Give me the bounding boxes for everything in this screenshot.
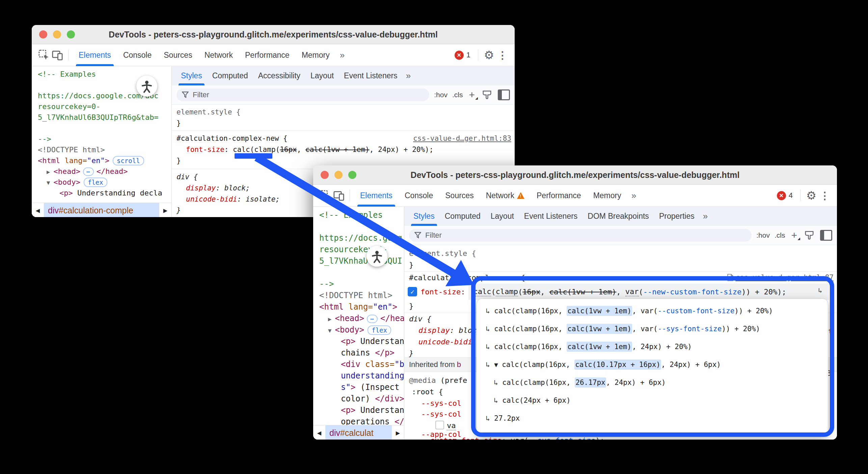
breadcrumb-id: #calculat xyxy=(340,428,374,438)
stylesheet-link[interactable]: css-value-d…ger.html:83 xyxy=(413,134,511,142)
tab-computed[interactable]: Computed xyxy=(440,207,486,226)
more-tabs-icon[interactable]: » xyxy=(700,211,711,221)
property-value[interactable]: calc(clamp(16px, calc(1vw + 1em), var(--… xyxy=(468,284,830,300)
tab-label: Network xyxy=(205,51,233,60)
tab-console[interactable]: Console xyxy=(399,185,438,206)
dock-side-icon[interactable] xyxy=(498,89,510,100)
tab-layout[interactable]: Layout xyxy=(305,66,339,85)
tab-memory[interactable]: Memory xyxy=(296,44,335,66)
css-declaration[interactable]: display: block; xyxy=(186,184,250,192)
device-toolbar-icon[interactable] xyxy=(333,189,345,202)
tab-styles[interactable]: Styles xyxy=(408,207,440,226)
tab-accessibility[interactable]: Accessibility xyxy=(253,66,305,85)
tab-elements[interactable]: Elements xyxy=(73,44,116,66)
inspect-element-icon[interactable] xyxy=(38,49,50,61)
filter-input[interactable]: Filter xyxy=(409,229,752,242)
property-name[interactable]: font-size: xyxy=(421,288,465,296)
breadcrumb-prev-icon[interactable]: ◀ xyxy=(32,203,44,217)
code-segment: va xyxy=(447,421,456,430)
root-selector[interactable]: :root { xyxy=(412,388,443,396)
toggle-class-button[interactable]: .cls xyxy=(775,231,785,239)
tab-network[interactable]: Network xyxy=(199,44,238,66)
gear-icon[interactable]: ⚙ xyxy=(483,49,495,61)
divider xyxy=(404,271,837,272)
tab-memory[interactable]: Memory xyxy=(588,185,627,206)
rule-selector[interactable]: #calculation-complex-new { xyxy=(177,134,288,142)
error-badge[interactable]: ✕ 4 xyxy=(774,191,795,200)
css-declaration[interactable]: --sys-col xyxy=(421,410,461,418)
tab-dom-breakpoints[interactable]: DOM Breakpoints xyxy=(582,207,654,226)
tab-performance[interactable]: Performance xyxy=(240,44,295,66)
code-line: color) </div> xyxy=(319,393,404,404)
tab-event-listeners[interactable]: Event Listeners xyxy=(339,66,403,85)
more-tabs-icon[interactable]: » xyxy=(628,190,640,201)
css-declaration[interactable]: --sys-col xyxy=(421,399,461,407)
css-declaration[interactable]: font-size: calc(clamp(16px, calc(1vw + 1… xyxy=(186,146,433,154)
inspect-element-icon[interactable] xyxy=(319,189,331,202)
code-segment: <!-- Examples xyxy=(38,70,96,78)
plus-icon: + xyxy=(469,89,475,100)
ua-rule-selector[interactable]: div { xyxy=(409,315,431,323)
tab-styles[interactable]: Styles xyxy=(176,66,207,85)
rule-selector[interactable]: #calculation-complex-new { xyxy=(409,273,525,282)
code-segment xyxy=(38,81,42,89)
toggle-class-button[interactable]: .cls xyxy=(452,91,463,99)
breadcrumb-item[interactable]: div#calculat xyxy=(325,425,392,440)
css-declaration[interactable]: --custom-font-size: var(--sys-font-size)… xyxy=(421,436,604,440)
declaration-checkbox[interactable]: ✓ xyxy=(408,287,417,296)
code-segment: display xyxy=(418,326,450,335)
tab-layout[interactable]: Layout xyxy=(486,207,519,226)
tab-sources[interactable]: Sources xyxy=(440,185,479,206)
error-badge[interactable]: ✕ 1 xyxy=(452,51,473,60)
element-style-selector[interactable]: element.style { xyxy=(177,108,241,116)
rendering-emulation-icon[interactable] xyxy=(481,89,493,101)
accessibility-person-icon[interactable] xyxy=(136,76,157,97)
css-declaration[interactable]: unicode-bidi: isolate; xyxy=(186,195,280,203)
tab-performance[interactable]: Performance xyxy=(531,185,587,206)
code-line: understanding xyxy=(319,370,404,381)
breadcrumb-next-icon[interactable]: ▶ xyxy=(159,203,171,217)
tab-elements[interactable]: Elements xyxy=(355,185,398,206)
code-line: ▼ <body>flex xyxy=(319,324,404,336)
breadcrumb-item[interactable]: div#calculation-comple xyxy=(44,203,159,217)
code-segment: , 24px) + 6px) xyxy=(606,378,666,387)
code-line: <p> Understan xyxy=(319,336,404,347)
window-title: DevTools - peters-css-playground.glitch.… xyxy=(32,30,515,40)
declaration-checkbox-unchecked[interactable] xyxy=(435,421,444,429)
code-segment: ▶ xyxy=(328,316,335,322)
ua-rule-selector[interactable]: div { xyxy=(177,173,198,181)
toggle-hover-button[interactable]: :hov xyxy=(434,91,447,99)
code-segment: unicode-bidi xyxy=(186,195,237,203)
dock-side-icon[interactable] xyxy=(820,230,832,241)
tab-console[interactable]: Console xyxy=(118,44,157,66)
code-segment: calc(10.17px + 16px) xyxy=(574,360,661,370)
accessibility-person-icon[interactable] xyxy=(367,246,387,267)
tab-event-listeners[interactable]: Event Listeners xyxy=(519,207,583,226)
tab-properties[interactable]: Properties xyxy=(654,207,700,226)
device-toolbar-icon[interactable] xyxy=(51,49,63,61)
dom-tree[interactable]: <!-- Examples https://docs.googresourcek… xyxy=(313,207,404,427)
toggle-hover-button[interactable]: :hov xyxy=(756,231,770,239)
kebab-menu-icon[interactable]: ⋮ xyxy=(496,49,509,61)
breadcrumb-prev-icon[interactable]: ◀ xyxy=(313,425,325,440)
css-declaration-disabled[interactable]: va xyxy=(435,421,456,430)
rendering-emulation-icon[interactable] xyxy=(803,229,815,241)
gear-icon[interactable]: ⚙ xyxy=(805,189,817,202)
element-style-selector[interactable]: element.style { xyxy=(409,249,476,258)
more-tabs-icon[interactable]: » xyxy=(336,50,348,60)
new-style-rule-icon[interactable]: +◢ xyxy=(791,230,797,241)
kebab-menu-icon[interactable]: ⋮ xyxy=(819,189,831,202)
calc-evaluation-popover[interactable]: ↳ calc(clamp(16px, calc(1vw + 1em), var(… xyxy=(477,298,828,436)
breadcrumb-next-icon[interactable]: ▶ xyxy=(392,425,404,440)
filter-input[interactable]: Filter xyxy=(177,88,429,101)
tab-sources[interactable]: Sources xyxy=(158,44,197,66)
stylesheet-link[interactable]: css-value-d…ger.html:87 xyxy=(727,273,834,282)
warning-icon: ! xyxy=(517,192,524,199)
css-declaration[interactable]: display: block; xyxy=(418,326,486,335)
tab-network[interactable]: Network! xyxy=(481,185,530,206)
dom-tree-pane: <!-- Examples https://docs.google.com/do… xyxy=(32,66,172,217)
new-style-rule-icon[interactable]: +◢ xyxy=(469,89,475,101)
tab-computed[interactable]: Computed xyxy=(207,66,253,85)
code-segment: ▶ xyxy=(47,168,53,175)
more-tabs-icon[interactable]: » xyxy=(403,71,414,81)
